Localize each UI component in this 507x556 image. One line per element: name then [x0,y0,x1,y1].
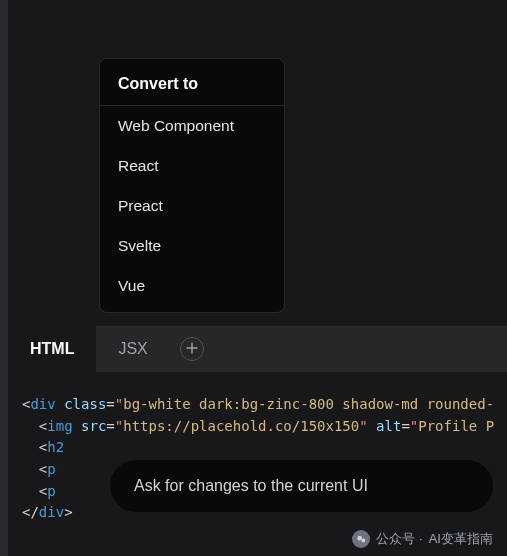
code-attr: class [64,396,106,412]
dropdown-header: Convert to [100,65,284,106]
dropdown-item-preact[interactable]: Preact [100,186,284,226]
code-tag: img [47,418,72,434]
code-tag: div [30,396,55,412]
dropdown-item-web-component[interactable]: Web Component [100,106,284,146]
dropdown-item-svelte[interactable]: Svelte [100,226,284,266]
code-attr: src [81,418,106,434]
tab-html[interactable]: HTML [8,326,96,372]
code-tag: div [39,504,64,520]
code-string: Profile P [418,418,494,434]
code-string: https://placehold.co/150x150 [123,418,359,434]
watermark: 公众号 · AI变革指南 [352,530,493,548]
tab-bar: HTML JSX [8,326,507,372]
svg-point-1 [361,538,365,542]
plus-icon [186,341,198,357]
dropdown-item-vue[interactable]: Vue [100,266,284,306]
prompt-placeholder: Ask for changes to the current UI [134,477,368,495]
code-tag: p [47,461,55,477]
code-string: bg-white dark:bg-zinc-800 shadow-md roun… [123,396,494,412]
wechat-icon [352,530,370,548]
code-quote: " [115,396,123,412]
sidebar-stripe [0,0,8,556]
svg-point-0 [357,535,362,540]
tab-jsx[interactable]: JSX [96,326,169,372]
code-tag: p [47,483,55,499]
prompt-input[interactable]: Ask for changes to the current UI [110,460,493,512]
code-attr: alt [376,418,401,434]
code-tag: h2 [47,439,64,455]
watermark-prefix: 公众号 · [376,530,422,548]
dropdown-item-react[interactable]: React [100,146,284,186]
add-tab-button[interactable] [180,337,204,361]
convert-to-dropdown: Convert to Web Component React Preact Sv… [99,58,285,313]
watermark-name: AI变革指南 [429,530,493,548]
